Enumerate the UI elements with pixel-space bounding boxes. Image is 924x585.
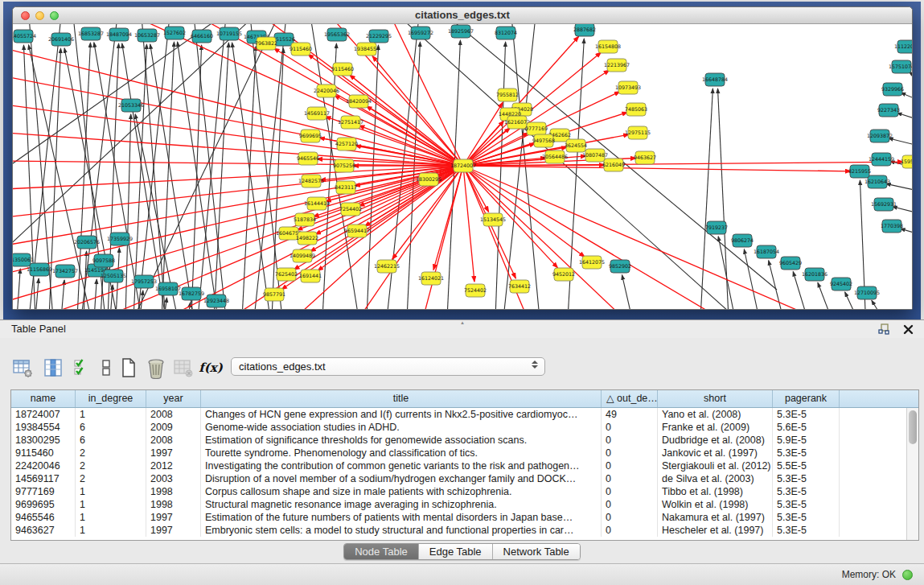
graph-node[interactable]: 1691441 bbox=[299, 270, 322, 282]
graph-node[interactable]: 20691406 bbox=[48, 33, 74, 46]
graph-node[interactable]: 1498222 bbox=[296, 232, 318, 245]
tab-network-table[interactable]: Network Table bbox=[492, 544, 580, 559]
graph-node[interactable]: 9329966 bbox=[881, 83, 904, 96]
row-height-button[interactable] bbox=[95, 356, 117, 379]
graph-node[interactable]: 9245402 bbox=[830, 278, 852, 290]
graph-node[interactable]: 7919237 bbox=[705, 221, 728, 234]
graph-node[interactable]: 15751074 bbox=[889, 60, 912, 73]
graph-node[interactable]: 7955812 bbox=[496, 89, 519, 101]
column-header-title[interactable]: title bbox=[201, 390, 602, 407]
graph-node[interactable]: 8312074 bbox=[495, 27, 517, 39]
graph-node[interactable]: 16201836 bbox=[802, 268, 827, 281]
graph-node[interactable]: 16154808 bbox=[595, 40, 621, 53]
graph-node[interactable]: 18300295 bbox=[416, 173, 441, 186]
graph-node[interactable]: 9097588 bbox=[92, 254, 115, 267]
graph-node[interactable]: 6466160 bbox=[191, 30, 213, 43]
graph-node[interactable]: 9852902 bbox=[609, 260, 631, 273]
new-column-button[interactable] bbox=[117, 356, 140, 379]
graph-node[interactable]: 12751417 bbox=[338, 116, 363, 129]
delete-columns-button[interactable] bbox=[145, 356, 167, 379]
float-panel-button[interactable] bbox=[877, 323, 890, 336]
graph-node[interactable]: 10653287 bbox=[134, 29, 160, 42]
graph-node[interactable]: 16648784 bbox=[702, 73, 728, 86]
column-header-out_de[interactable]: △ out_de… bbox=[602, 390, 658, 407]
graph-node[interactable]: 17342757 bbox=[52, 265, 78, 278]
graph-node[interactable]: 15134545 bbox=[480, 213, 506, 226]
graph-node[interactable]: 9465546 bbox=[297, 152, 319, 165]
graph-node[interactable]: 9777169 bbox=[525, 122, 548, 135]
graph-node[interactable]: 14055724 bbox=[13, 30, 36, 43]
table-row[interactable]: 969969511998Structural magnetic resonanc… bbox=[11, 498, 918, 511]
graph-node[interactable]: 4257120 bbox=[335, 138, 358, 150]
graph-node[interactable]: 7634412 bbox=[508, 280, 531, 293]
graph-node[interactable]: 9699695 bbox=[299, 130, 322, 142]
zoom-window-button[interactable] bbox=[50, 11, 59, 20]
table-row[interactable]: 1938455462009Genome-wide association stu… bbox=[11, 421, 918, 434]
graph-node[interactable]: 9497568 bbox=[532, 134, 555, 147]
graph-node[interactable]: 17957253 bbox=[131, 275, 157, 288]
graph-canvas[interactable]: 1405572420691406168532871848709410653287… bbox=[13, 24, 912, 309]
graph-node[interactable]: 16853287 bbox=[78, 27, 104, 40]
graph-node[interactable]: 8423117 bbox=[335, 181, 357, 194]
tab-edge-table[interactable]: Edge Table bbox=[418, 544, 492, 559]
column-header-short[interactable]: short bbox=[658, 390, 773, 407]
graph-node[interactable]: 9463627 bbox=[634, 151, 656, 164]
graph-node[interactable]: 19565362 bbox=[324, 28, 350, 41]
graph-node[interactable]: 22420046 bbox=[314, 84, 339, 97]
graph-node[interactable]: 6216049 bbox=[602, 159, 625, 171]
table-row[interactable]: 1872400712008Changes of HCN gene express… bbox=[11, 408, 918, 421]
table-row[interactable]: 946554611997Estimation of the future num… bbox=[11, 511, 918, 524]
graph-node[interactable]: 12710095 bbox=[854, 286, 880, 299]
graph-node[interactable]: 9075256 bbox=[333, 159, 355, 172]
graph-node[interactable]: 10719155 bbox=[216, 27, 242, 40]
function-builder-button[interactable]: f(x) bbox=[199, 356, 222, 379]
graph-node[interactable]: 12093872 bbox=[867, 130, 893, 142]
minimize-window-button[interactable] bbox=[35, 11, 44, 20]
graph-node[interactable]: 16144410 bbox=[304, 197, 330, 210]
table-row[interactable]: 1830029562008Estimation of significance … bbox=[11, 434, 918, 447]
graph-node[interactable]: 20564486 bbox=[542, 150, 568, 163]
column-chooser-button[interactable] bbox=[42, 356, 64, 379]
graph-node[interactable]: 10973493 bbox=[615, 81, 641, 94]
table-scrollbar[interactable] bbox=[906, 408, 918, 541]
graph-node[interactable]: 21229295 bbox=[366, 30, 392, 43]
close-window-button[interactable] bbox=[21, 11, 30, 20]
scrollbar-thumb[interactable] bbox=[909, 410, 917, 444]
graph-node[interactable]: 7524402 bbox=[464, 284, 487, 297]
table-row[interactable]: 2242004622012Investigating the contribut… bbox=[11, 459, 918, 472]
graph-node[interactable]: 16959272 bbox=[408, 27, 433, 39]
graph-node[interactable]: 9452012 bbox=[552, 268, 575, 281]
graph-node[interactable]: 7254402 bbox=[339, 203, 362, 216]
graph-node[interactable]: 16594417 bbox=[344, 225, 370, 237]
close-panel-button[interactable] bbox=[901, 323, 914, 336]
column-header-pagerank[interactable]: pagerank bbox=[773, 390, 840, 407]
graph-node[interactable]: 16412075 bbox=[579, 256, 605, 269]
tab-node-table[interactable]: Node Table bbox=[344, 544, 418, 559]
table-row[interactable]: 911546021997Tourette syndrome. Phenomeno… bbox=[11, 447, 918, 459]
graph-node[interactable]: 9115460 bbox=[331, 63, 354, 76]
graph-node[interactable]: 16782759 bbox=[179, 287, 204, 300]
table-settings-button[interactable] bbox=[11, 356, 34, 379]
graph-node[interactable]: 15692931 bbox=[871, 198, 897, 211]
graph-node[interactable]: 9857791 bbox=[263, 288, 285, 301]
network-canvas[interactable]: 1405572420691406168532871848709410653287… bbox=[13, 24, 912, 309]
graph-node[interactable]: 9806274 bbox=[731, 234, 754, 247]
graph-node[interactable]: 7625402 bbox=[275, 268, 298, 281]
graph-node[interactable]: 12444159 bbox=[869, 153, 894, 166]
table-row[interactable]: 977716911998Corpus callosum shape and si… bbox=[11, 485, 918, 498]
graph-node[interactable]: 5187834 bbox=[294, 213, 316, 226]
delete-table-button[interactable] bbox=[172, 356, 195, 379]
graph-node[interactable]: 20206576 bbox=[74, 236, 100, 249]
graph-node[interactable]: 19384554 bbox=[354, 43, 380, 56]
graph-node[interactable]: 12462215 bbox=[374, 260, 400, 273]
graph-node[interactable]: 16958107 bbox=[155, 282, 181, 295]
column-header-in_degree[interactable]: in_degree bbox=[76, 390, 146, 407]
graph-node[interactable]: 18925967 bbox=[448, 25, 474, 38]
graph-node[interactable]: 1770398 bbox=[881, 220, 903, 233]
graph-node[interactable]: 9605429 bbox=[779, 257, 802, 270]
graph-node[interactable]: 21053346 bbox=[118, 99, 144, 112]
graph-node[interactable]: 11122009 bbox=[894, 40, 912, 53]
graph-node[interactable]: 16187054 bbox=[754, 245, 779, 258]
graph-node[interactable]: 12923448 bbox=[203, 295, 229, 307]
split-pane-handle-icon[interactable]: ▴ bbox=[458, 320, 466, 325]
